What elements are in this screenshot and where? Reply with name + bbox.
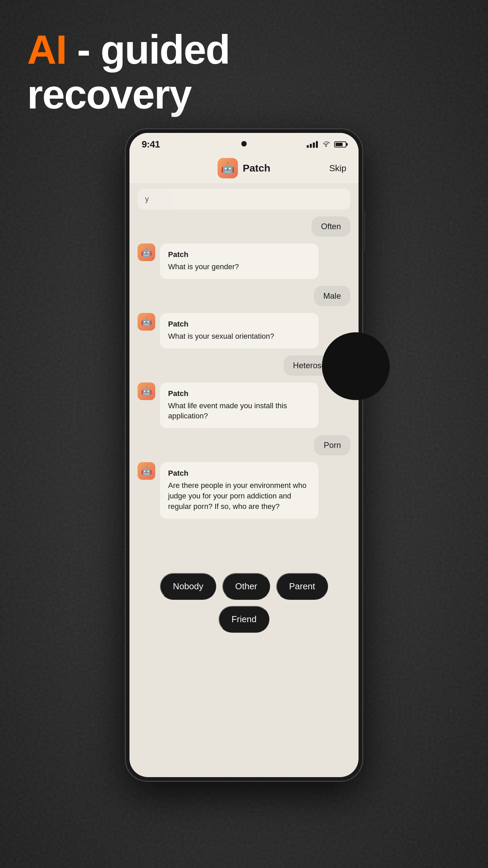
option-parent[interactable]: Parent [276,573,328,600]
bot-text-orientation: What is your sexual orientation? [168,331,310,342]
answer-options-bar: Nobody Other Parent Friend [129,565,359,650]
app-logo-area: 🤖 Patch [218,158,270,178]
user-reply-porn: Porn [138,435,350,455]
camera-dot [241,141,247,146]
skip-button[interactable]: Skip [329,163,346,174]
app-name: Patch [243,162,270,174]
phone-frame: 9:41 [125,129,363,781]
bot-avatar: 🤖 [138,243,155,261]
option-friend[interactable]: Friend [219,606,269,633]
bot-name-4: Patch [168,469,310,478]
bot-avatar-3: 🤖 [138,382,155,400]
bot-bubble-orientation: Patch What is your sexual orientation? [160,313,319,349]
phone-screen: 9:41 [129,133,359,777]
page-title: AI - guidedrecovery [27,27,230,117]
bot-message-orientation: 🤖 Patch What is your sexual orientation? [138,313,319,349]
robot-emoji: 🤖 [221,162,235,175]
bot-bubble-gender: Patch What is your gender? [160,243,319,279]
bot-text-life-event: What life event made you install this ap… [168,401,310,422]
page-header: AI - guidedrecovery [27,27,230,117]
user-bubble-often: Often [311,216,350,237]
phone-inner: 9:41 [129,133,359,650]
status-icons [307,141,346,149]
user-bubble-porn: Porn [314,435,350,455]
bot-bubble-environment: Patch Are there people in your environme… [160,462,319,518]
bot-bubble-life-event: Patch What life event made you install t… [160,382,319,429]
bot-message-gender: 🤖 Patch What is your gender? [138,243,319,279]
option-other[interactable]: Other [222,573,270,600]
camera-notch [241,141,247,146]
user-reply-often: Often [138,216,350,237]
signal-icon [307,141,318,148]
battery-fill [336,143,343,146]
app-logo: 🤖 [218,158,238,178]
status-time: 9:41 [142,139,160,150]
option-nobody[interactable]: Nobody [160,573,216,600]
bottom-spacer [138,526,350,559]
phone-container: 9:41 [125,129,363,781]
bot-avatar-2: 🤖 [138,313,155,331]
partial-message: y [138,189,350,210]
bot-avatar-4: 🤖 [138,462,155,480]
user-reply-heterosexual: Heterosexual [138,355,350,376]
bot-text-gender: What is your gender? [168,262,310,272]
status-bar: 9:41 [129,133,359,153]
bot-name-3: Patch [168,389,310,398]
user-bubble-male: Male [314,286,350,306]
wifi-icon [322,141,330,149]
bot-name: Patch [168,250,310,259]
user-reply-male: Male [138,286,350,306]
battery-icon [334,141,346,147]
title-ai: AI [27,27,66,72]
app-header: 🤖 Patch Skip [129,153,359,183]
bot-message-life-event: 🤖 Patch What life event made you install… [138,382,319,429]
bot-text-environment: Are there people in your environment who… [168,480,310,512]
speaker-decoration [322,332,390,400]
bot-message-environment: 🤖 Patch Are there people in your environ… [138,462,319,518]
bot-name-2: Patch [168,320,310,329]
